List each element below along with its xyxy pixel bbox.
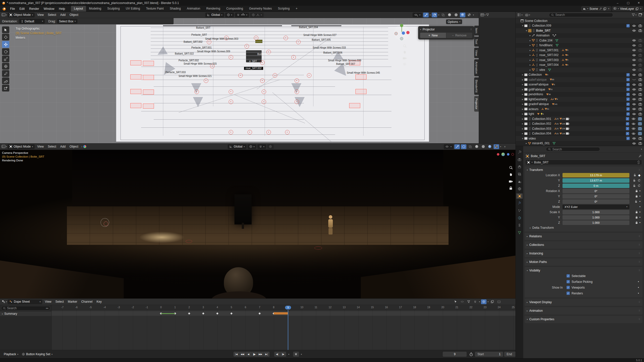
scene-selector[interactable]: ▾ Scene ✕ [581,6,611,11]
axis-x-positive[interactable] [406,31,410,34]
mode-dropdown[interactable]: Object Mode ▾ [8,13,35,17]
menu-add[interactable]: Add [58,144,67,149]
hide-viewport-eye-icon[interactable] [632,88,636,91]
workspace-tab-geometry-nodes[interactable]: Geometry Nodes [246,6,275,12]
collection-checkbox[interactable]: ✓ [626,103,630,106]
filter-funnel-icon[interactable] [632,13,635,16]
render-disabled-camera-icon[interactable] [638,117,642,121]
hide-viewport-eye-icon[interactable] [632,73,636,76]
show-hidden-toggle[interactable] [459,299,465,304]
expand-icon[interactable]: ▸ [521,93,524,96]
timeline-ruler[interactable]: -7-6-5-4-3-2-101234567891011121314151617… [52,305,515,310]
motion-paths-panel[interactable]: ▸Motion Paths⠿ [525,258,642,266]
prev-keyframe-button[interactable]: ◀◀ [239,352,246,357]
dopesheet-mode-dropdown[interactable]: Dope Sheet ▾ [8,299,42,304]
lock-closed-icon[interactable] [635,216,638,219]
disable-render-camera-icon[interactable] [638,103,642,106]
disable-render-camera-icon[interactable] [638,29,642,32]
expand-icon[interactable]: ▸ [525,142,528,145]
collection-checkbox[interactable]: ✓ [626,112,630,116]
editor-type-3dview-icon[interactable] [2,145,6,149]
editor-type-3dview-icon[interactable] [2,13,6,17]
outliner-row[interactable]: ▸roue_SRT.0024 [516,53,644,58]
outliner-filter-collection-icon[interactable] [525,13,529,17]
tab-tool[interactable] [516,150,523,155]
object-name-field[interactable]: ▾ Boite_SRT [525,160,642,165]
outliner-row[interactable]: ▸roue_SRT.0014 [516,48,644,53]
outliner-row[interactable]: Scene Collection [516,18,644,23]
visibility-checkbox[interactable]: ✓ [567,274,570,278]
sidebar-tab-tool[interactable]: Tool [474,37,479,46]
tab-output[interactable] [516,164,523,170]
expand-icon[interactable]: ▾ [525,29,528,32]
transform-value-field[interactable]: 1.000 [562,220,629,225]
viewlayer-selector[interactable]: ▾ ViewLayer ✕ [612,6,643,11]
collection-checkbox[interactable]: ✓ [626,78,630,81]
animate-dot-icon[interactable]: • [639,210,640,214]
tab-object-data[interactable] [516,230,523,235]
workspace-tab-+[interactable]: + [293,6,301,12]
menu-object[interactable]: Object [68,144,80,149]
pause-render-toggle[interactable]: ⏸ [502,144,508,149]
menu-view[interactable]: View [35,12,46,17]
hide-viewport-eye-icon[interactable] [632,49,636,52]
workspace-tab-animation[interactable]: Animation [184,6,203,12]
copy-keyframes-icon[interactable] [490,299,495,304]
workspace-tab-uv-editing[interactable]: UV Editing [123,6,143,12]
collection-checkbox[interactable]: ✓ [626,107,630,111]
toggle-grid-icon[interactable] [403,62,407,66]
maximize-icon[interactable]: ▢ [623,0,633,6]
expand-icon[interactable]: ▾ [521,137,524,140]
outliner-row[interactable]: ▾Collection.009✓ [516,23,644,28]
shading-rendered-toggle[interactable] [466,13,472,17]
disable-render-camera-icon[interactable] [638,24,642,27]
expand-icon[interactable]: ▸ [521,108,524,110]
hide-viewport-eye-icon[interactable] [632,122,635,125]
drag-select-box-dropdown[interactable]: Select Box ▾ [57,19,77,24]
disable-render-camera-icon[interactable] [638,49,642,52]
visibility-panel-header[interactable]: ▾Visibility⠿ [525,268,642,273]
lock-open-icon[interactable] [633,179,636,182]
mode-dropdown[interactable]: Object Mode ▾ [8,144,35,149]
outliner-display-mode-icon[interactable] [517,13,521,17]
lock-closed-icon[interactable] [635,221,638,224]
menu-object[interactable]: Object [68,12,80,17]
axis-x-ball[interactable] [497,153,499,156]
tab-view-layer[interactable] [516,171,523,177]
hide-viewport-eye-icon[interactable] [632,39,636,42]
autokey-record-icon[interactable] [293,352,299,357]
tab-render[interactable] [516,157,523,162]
transform-value-field[interactable]: 0° [562,194,629,199]
collection-checkbox[interactable]: ✓ [626,73,630,76]
hide-viewport-eye-icon[interactable] [632,108,636,110]
current-frame-field[interactable]: 9 [443,352,467,357]
jump-end-button[interactable]: ▶| [264,352,270,357]
play-button[interactable]: ▶ [252,352,258,357]
outliner-row[interactable]: ▸grillFabrique61✓ [516,87,644,92]
playhead-frame-badge[interactable]: 9 [285,306,291,309]
sidebar-tab-item[interactable]: Item [474,26,479,35]
unlink-scene-icon[interactable]: ✕ [608,7,610,10]
playhead-line[interactable] [288,310,288,350]
copy-icon[interactable] [635,7,638,10]
expand-icon[interactable]: ▸ [521,103,524,105]
disable-render-camera-icon[interactable] [638,78,642,81]
jump-start-button[interactable]: |◀ [233,352,239,357]
tool-select-box[interactable] [2,26,9,33]
remove-viewlayer-icon[interactable]: ✕ [640,7,642,10]
properties-search-input[interactable]: Search [546,147,600,151]
collection-checkbox[interactable]: ✓ [626,93,630,96]
outliner-row[interactable]: ▸vitre [516,67,644,72]
disable-render-camera-icon[interactable] [638,137,642,140]
snap-magnet-icon[interactable] [472,299,478,304]
animate-dot-icon[interactable]: • [638,286,639,289]
transform-value-field[interactable]: 0° [562,189,629,193]
summary-channel[interactable]: ▸Summary [0,311,51,316]
tab-constraints[interactable] [516,222,523,228]
outliner-row[interactable]: ▸roue_SRT.0044 [516,63,644,68]
collection-checkbox[interactable]: ✓ [626,117,629,120]
keyframe-area[interactable] [52,310,515,350]
expand-icon[interactable]: ▸ [521,113,524,115]
workspace-tab-texture-paint[interactable]: Texture Paint [143,6,167,12]
outliner-row[interactable]: ▸Animation [516,33,644,38]
